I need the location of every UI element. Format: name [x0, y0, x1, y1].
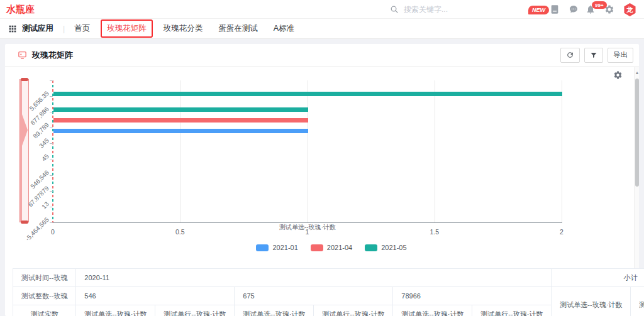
new-badge: NEW	[528, 6, 549, 14]
table-cell: 测试单选--玫瑰·计数	[552, 287, 631, 316]
table-cell: 测试整数--玫瑰	[13, 287, 76, 305]
app-title: 水瓶座	[6, 4, 35, 16]
chart-panel-icon	[18, 50, 27, 60]
table-row: 测试整数--玫瑰54667578966测试单选--玫瑰·计数测试单行--玫瑰·计…	[13, 287, 644, 305]
table-cell: 78966	[393, 287, 552, 305]
screen: 水瓶座 搜索关键字... NEW 99+ 龙 测试应用 | 首页玫瑰花矩阵玫瑰花…	[0, 0, 644, 316]
tab-玫瑰花矩阵[interactable]: 玫瑰花矩阵	[101, 19, 153, 38]
search-placeholder: 搜索关键字...	[404, 4, 448, 15]
scrollbar-thumb[interactable]	[635, 79, 639, 187]
refresh-button[interactable]	[560, 48, 580, 63]
search-icon	[390, 5, 399, 14]
legend-swatch	[311, 244, 323, 251]
notebook-icon[interactable]	[550, 4, 560, 14]
search-input[interactable]: 搜索关键字...	[390, 3, 448, 16]
table-cell: 测试单行--玫瑰·计数	[472, 305, 552, 316]
legend-item-2021-01[interactable]: 2021-01	[256, 244, 297, 251]
app-menu-label[interactable]: 测试应用	[22, 23, 53, 34]
apps-grid-icon[interactable]	[9, 25, 16, 33]
legend-label: 2021-04	[327, 244, 352, 251]
filter-button[interactable]	[584, 48, 603, 63]
legend-item-2021-05[interactable]: 2021-05	[365, 244, 406, 251]
table-cell: 测试单选--玫瑰·计数	[235, 305, 314, 316]
data-table: 测试时间--玫瑰2020-11小计测试整数--玫瑰54667578966测试单选…	[13, 268, 644, 316]
table-row: 测试实数测试单选--玫瑰·计数测试单行--玫瑰·计数测试单选--玫瑰·计数测试单…	[13, 305, 644, 316]
export-button[interactable]: 导出	[608, 48, 633, 63]
top-header: 水瓶座 搜索关键字... NEW 99+ 龙	[0, 0, 644, 19]
table-cell: 测试单选--玫瑰·计数	[76, 305, 155, 316]
table-cell: 小计	[552, 269, 644, 287]
table-cell: 测试单行--玫瑰·计数	[314, 305, 393, 316]
table-cell: 测试单行--玫瑰·计数	[155, 305, 235, 316]
filter-icon	[590, 52, 597, 59]
tab-蛋蛋在测试[interactable]: 蛋蛋在测试	[218, 21, 258, 36]
table-cell: 测试实数	[13, 305, 76, 316]
legend-swatch	[256, 244, 269, 251]
scrollbar-up-arrow[interactable]: ▲	[635, 70, 640, 76]
notification-count-badge: 99+	[592, 1, 607, 9]
table-cell: 测试单选--玫瑰·计数	[393, 305, 472, 316]
chat-icon[interactable]	[569, 4, 579, 14]
panel-toolbar: 导出	[560, 48, 633, 63]
table-cell: 546	[76, 287, 235, 305]
datazoom-handle-top[interactable]	[21, 78, 28, 81]
table-cell: 675	[235, 287, 393, 305]
legend-label: 2021-01	[272, 244, 297, 251]
tab-玫瑰花分类[interactable]: 玫瑰花分类	[164, 21, 203, 36]
panel-header: 玫瑰花矩阵 导出	[5, 44, 639, 67]
table-cell: 测试时间--玫瑰	[13, 269, 76, 287]
datazoom-handle-bottom[interactable]	[21, 221, 28, 224]
legend-label: 2021-05	[381, 244, 406, 251]
chart-legend: 2021-012021-042021-05	[19, 244, 644, 251]
nav-divider: |	[63, 25, 65, 33]
chart-settings-gear-icon[interactable]	[613, 70, 623, 80]
legend-swatch	[365, 244, 377, 251]
tab-strip: 首页玫瑰花矩阵玫瑰花分类蛋蛋在测试A标准	[74, 19, 310, 38]
datazoom-slider[interactable]	[19, 79, 29, 222]
table-cell: 测试单行--玫瑰·计数	[631, 287, 644, 316]
tab-首页[interactable]: 首页	[74, 21, 90, 36]
refresh-icon	[566, 51, 574, 59]
tab-A标准[interactable]: A标准	[274, 21, 294, 36]
nav-bar: 测试应用 | 首页玫瑰花矩阵玫瑰花分类蛋蛋在测试A标准	[0, 19, 644, 39]
datazoom-data-shadow	[19, 79, 30, 222]
table-row: 测试时间--玫瑰2020-11小计	[13, 269, 644, 287]
legend-item-2021-04[interactable]: 2021-04	[311, 244, 352, 251]
panel-title: 玫瑰花矩阵	[32, 50, 73, 61]
avatar[interactable]: 龙	[623, 3, 636, 16]
table-cell: 2020-11	[76, 269, 552, 287]
